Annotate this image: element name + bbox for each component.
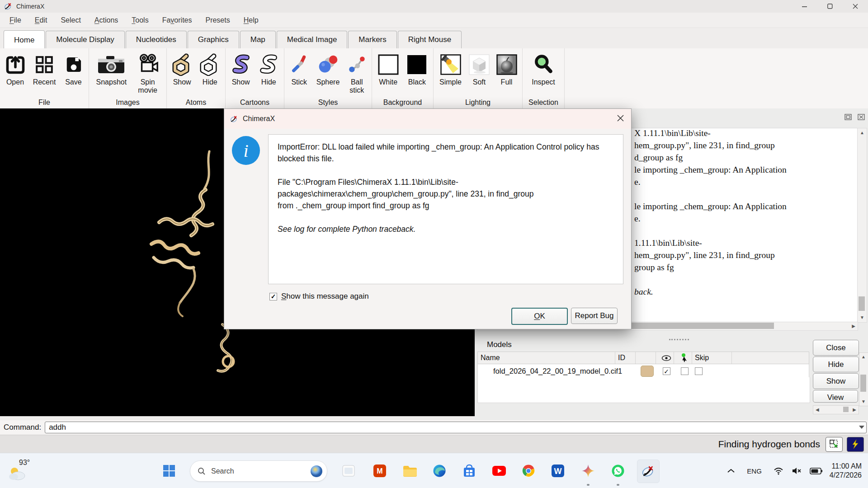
- taskbar-app-file-explorer[interactable]: [399, 460, 420, 482]
- menu-item-select[interactable]: Select: [54, 16, 87, 24]
- menu-item-help[interactable]: Help: [237, 16, 265, 24]
- scroll-right-icon[interactable]: ▶: [853, 408, 856, 412]
- taskbar-app-window[interactable]: [338, 460, 359, 482]
- save-button[interactable]: Save: [60, 52, 88, 86]
- fast-mode-button[interactable]: [847, 437, 864, 452]
- taskbar-app-store[interactable]: [458, 460, 480, 482]
- menu-item-presets[interactable]: Presets: [198, 16, 236, 24]
- atoms-show-button[interactable]: Show: [170, 52, 195, 86]
- tab-molecule-display[interactable]: Molecule Display: [46, 31, 125, 48]
- spin-movie-button[interactable]: Spin movie: [134, 52, 162, 95]
- model-selected-checkbox[interactable]: [681, 367, 689, 375]
- show-message-again-option[interactable]: ✓ Show this message again: [269, 292, 369, 301]
- tab-graphics[interactable]: Graphics: [188, 31, 239, 48]
- tab-markers[interactable]: Markers: [348, 31, 396, 48]
- column-header-name[interactable]: Name: [478, 352, 615, 364]
- tray-clock[interactable]: 11:00 AM 4/27/2026: [830, 462, 862, 480]
- inspect-button[interactable]: Inspect: [528, 52, 559, 86]
- scroll-right-icon[interactable]: ▶: [852, 324, 855, 328]
- column-header-shown[interactable]: [656, 352, 674, 364]
- model-shown-checkbox[interactable]: ✓: [663, 367, 670, 375]
- tray-chevron-up-icon[interactable]: [727, 468, 735, 474]
- menu-item-actions[interactable]: Actions: [88, 16, 125, 24]
- command-label: Command:: [4, 423, 41, 432]
- lighting-soft-button[interactable]: Soft: [467, 52, 491, 86]
- models-show-button[interactable]: Show: [813, 373, 859, 389]
- scroll-up-icon[interactable]: ▲: [861, 355, 866, 359]
- gemini-icon: [581, 464, 595, 478]
- cartoons-show-button[interactable]: Show: [228, 52, 254, 86]
- model-name[interactable]: fold_2026_04_22_00_19_model_0.cif: [478, 367, 615, 375]
- scroll-down-icon[interactable]: ▼: [861, 399, 866, 404]
- tab-nucleotides[interactable]: Nucleotides: [126, 31, 187, 48]
- search-highlight-icon[interactable]: [310, 465, 323, 478]
- resize-graphics-button[interactable]: [826, 437, 843, 452]
- models-vertical-scrollbar[interactable]: ▲ ▼: [859, 352, 868, 406]
- dialog-close-button[interactable]: [617, 115, 624, 123]
- models-hide-button[interactable]: Hide: [813, 357, 859, 372]
- models-view-button[interactable]: View: [813, 390, 858, 403]
- background-black-button[interactable]: Black: [404, 52, 429, 86]
- taskbar-app-chrome[interactable]: [518, 460, 539, 482]
- language-indicator[interactable]: ENG: [747, 467, 762, 475]
- sphere-button[interactable]: Sphere: [314, 52, 342, 86]
- menu-item-file[interactable]: File: [3, 16, 28, 24]
- taskbar-app-word[interactable]: W: [547, 460, 569, 482]
- lighting-simple-button[interactable]: Simple: [438, 52, 464, 86]
- cartoons-hide-button[interactable]: Hide: [256, 52, 281, 86]
- ball-stick-button[interactable]: Ball stick: [345, 52, 368, 95]
- snapshot-button[interactable]: Snapshot: [94, 52, 129, 86]
- tab-map[interactable]: Map: [240, 31, 276, 48]
- models-close-button[interactable]: Close: [813, 340, 859, 356]
- scroll-up-icon[interactable]: ▲: [860, 131, 864, 135]
- tab-right-mouse[interactable]: Right Mouse: [398, 31, 462, 48]
- scroll-left-icon[interactable]: ◀: [816, 408, 819, 412]
- minimize-button[interactable]: [792, 0, 817, 13]
- column-header-skip[interactable]: Skip: [692, 352, 732, 364]
- report-bug-button[interactable]: Report Bug: [571, 308, 618, 324]
- recent-button[interactable]: Recent: [30, 52, 58, 86]
- log-vscroll-thumb[interactable]: [859, 296, 865, 311]
- taskbar-app-edge[interactable]: [429, 460, 450, 482]
- log-close-icon[interactable]: [858, 114, 865, 121]
- command-dropdown-icon[interactable]: [859, 426, 864, 429]
- show-message-again-checkbox[interactable]: ✓: [269, 293, 277, 300]
- menu-item-favorites[interactable]: Favorites: [156, 16, 199, 24]
- column-header-id[interactable]: ID: [615, 352, 636, 364]
- taskbar-app-youtube[interactable]: [488, 460, 510, 482]
- stick-button[interactable]: Stick: [288, 52, 311, 86]
- volume-muted-icon[interactable]: [792, 467, 802, 475]
- battery-icon[interactable]: [810, 468, 822, 474]
- ok-button[interactable]: OK: [511, 308, 568, 325]
- dialog-titlebar[interactable]: ChimeraX: [224, 109, 631, 129]
- log-vertical-scrollbar[interactable]: ▲ ▼: [857, 128, 867, 323]
- atoms-hide-button[interactable]: Hide: [197, 52, 222, 86]
- menu-item-tools[interactable]: Tools: [125, 16, 155, 24]
- taskbar-app-gemini[interactable]: [577, 460, 599, 482]
- start-button[interactable]: [158, 460, 180, 482]
- open-button[interactable]: Open: [1, 52, 29, 86]
- scroll-down-icon[interactable]: ▼: [860, 315, 864, 320]
- taskbar-app-m365[interactable]: M: [369, 460, 391, 482]
- taskbar-app-chimerax-active[interactable]: [637, 460, 660, 483]
- tab-medical-image[interactable]: Medical Image: [277, 31, 348, 48]
- weather-widget[interactable]: 93°: [6, 457, 38, 485]
- menu-item-edit[interactable]: Edit: [28, 16, 54, 24]
- wifi-icon[interactable]: [774, 467, 783, 475]
- close-button[interactable]: [843, 0, 868, 13]
- taskbar-app-whatsapp[interactable]: [607, 460, 629, 482]
- model-row[interactable]: fold_2026_04_22_00_19_model_0.cif 1 ✓: [477, 364, 809, 379]
- model-skip-checkbox[interactable]: [695, 367, 703, 375]
- tab-home[interactable]: Home: [4, 30, 45, 49]
- panel-drag-handle[interactable]: [669, 338, 689, 340]
- taskbar-search[interactable]: Search: [190, 460, 327, 482]
- background-white-button[interactable]: White: [376, 52, 401, 86]
- model-color-swatch[interactable]: [641, 366, 654, 377]
- log-float-icon[interactable]: [844, 114, 852, 121]
- lighting-full-button[interactable]: Full: [495, 52, 519, 86]
- column-header-selected[interactable]: [674, 352, 692, 364]
- column-header-color[interactable]: [636, 352, 656, 364]
- models-horizontal-scrollbar[interactable]: ◀ ▶: [813, 405, 859, 414]
- maximize-button[interactable]: [817, 0, 843, 13]
- command-input[interactable]: [48, 422, 850, 433]
